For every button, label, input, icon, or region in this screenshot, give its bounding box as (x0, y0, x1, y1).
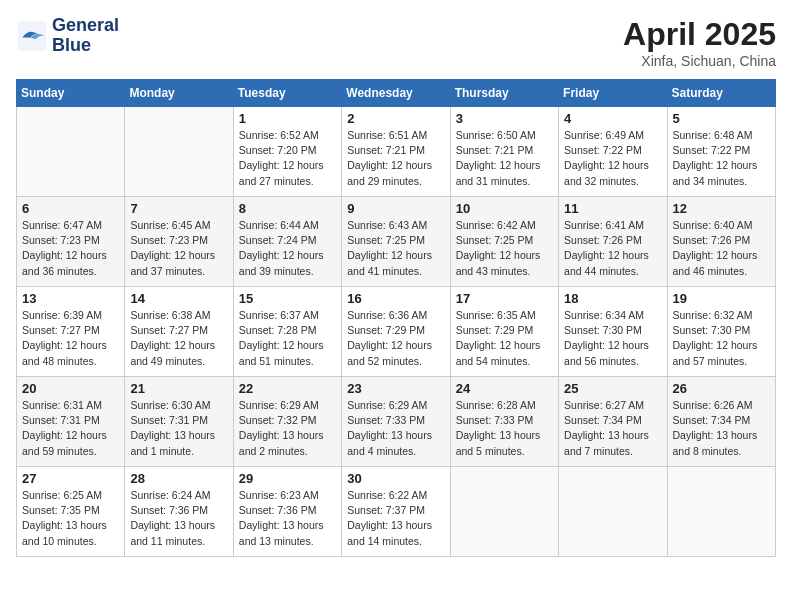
week-row-4: 20Sunrise: 6:31 AM Sunset: 7:31 PM Dayli… (17, 377, 776, 467)
calendar-cell (125, 107, 233, 197)
weekday-header-tuesday: Tuesday (233, 80, 341, 107)
day-info: Sunrise: 6:29 AM Sunset: 7:33 PM Dayligh… (347, 398, 444, 459)
day-number: 4 (564, 111, 661, 126)
title-block: April 2025 Xinfa, Sichuan, China (623, 16, 776, 69)
day-number: 2 (347, 111, 444, 126)
day-number: 1 (239, 111, 336, 126)
day-info: Sunrise: 6:41 AM Sunset: 7:26 PM Dayligh… (564, 218, 661, 279)
day-number: 8 (239, 201, 336, 216)
day-info: Sunrise: 6:43 AM Sunset: 7:25 PM Dayligh… (347, 218, 444, 279)
day-info: Sunrise: 6:34 AM Sunset: 7:30 PM Dayligh… (564, 308, 661, 369)
day-number: 6 (22, 201, 119, 216)
day-info: Sunrise: 6:28 AM Sunset: 7:33 PM Dayligh… (456, 398, 553, 459)
calendar-cell: 15Sunrise: 6:37 AM Sunset: 7:28 PM Dayli… (233, 287, 341, 377)
day-info: Sunrise: 6:31 AM Sunset: 7:31 PM Dayligh… (22, 398, 119, 459)
weekday-header-wednesday: Wednesday (342, 80, 450, 107)
day-number: 24 (456, 381, 553, 396)
day-info: Sunrise: 6:42 AM Sunset: 7:25 PM Dayligh… (456, 218, 553, 279)
day-number: 19 (673, 291, 770, 306)
day-info: Sunrise: 6:27 AM Sunset: 7:34 PM Dayligh… (564, 398, 661, 459)
calendar-cell: 21Sunrise: 6:30 AM Sunset: 7:31 PM Dayli… (125, 377, 233, 467)
calendar-cell: 6Sunrise: 6:47 AM Sunset: 7:23 PM Daylig… (17, 197, 125, 287)
day-number: 28 (130, 471, 227, 486)
weekday-header-saturday: Saturday (667, 80, 775, 107)
logo-text: General Blue (52, 16, 119, 56)
day-number: 21 (130, 381, 227, 396)
weekday-header-row: SundayMondayTuesdayWednesdayThursdayFrid… (17, 80, 776, 107)
calendar-cell: 2Sunrise: 6:51 AM Sunset: 7:21 PM Daylig… (342, 107, 450, 197)
calendar-cell (667, 467, 775, 557)
day-number: 30 (347, 471, 444, 486)
week-row-1: 1Sunrise: 6:52 AM Sunset: 7:20 PM Daylig… (17, 107, 776, 197)
logo: General Blue (16, 16, 119, 56)
calendar-cell: 19Sunrise: 6:32 AM Sunset: 7:30 PM Dayli… (667, 287, 775, 377)
calendar-cell: 30Sunrise: 6:22 AM Sunset: 7:37 PM Dayli… (342, 467, 450, 557)
calendar-cell: 11Sunrise: 6:41 AM Sunset: 7:26 PM Dayli… (559, 197, 667, 287)
day-number: 7 (130, 201, 227, 216)
weekday-header-monday: Monday (125, 80, 233, 107)
location: Xinfa, Sichuan, China (623, 53, 776, 69)
day-number: 15 (239, 291, 336, 306)
day-info: Sunrise: 6:52 AM Sunset: 7:20 PM Dayligh… (239, 128, 336, 189)
day-number: 17 (456, 291, 553, 306)
day-number: 27 (22, 471, 119, 486)
day-number: 5 (673, 111, 770, 126)
calendar-cell: 12Sunrise: 6:40 AM Sunset: 7:26 PM Dayli… (667, 197, 775, 287)
calendar-cell: 22Sunrise: 6:29 AM Sunset: 7:32 PM Dayli… (233, 377, 341, 467)
day-info: Sunrise: 6:26 AM Sunset: 7:34 PM Dayligh… (673, 398, 770, 459)
day-number: 11 (564, 201, 661, 216)
calendar-cell: 9Sunrise: 6:43 AM Sunset: 7:25 PM Daylig… (342, 197, 450, 287)
week-row-2: 6Sunrise: 6:47 AM Sunset: 7:23 PM Daylig… (17, 197, 776, 287)
weekday-header-thursday: Thursday (450, 80, 558, 107)
day-info: Sunrise: 6:44 AM Sunset: 7:24 PM Dayligh… (239, 218, 336, 279)
calendar-cell: 18Sunrise: 6:34 AM Sunset: 7:30 PM Dayli… (559, 287, 667, 377)
calendar-cell: 10Sunrise: 6:42 AM Sunset: 7:25 PM Dayli… (450, 197, 558, 287)
day-info: Sunrise: 6:24 AM Sunset: 7:36 PM Dayligh… (130, 488, 227, 549)
calendar-cell: 5Sunrise: 6:48 AM Sunset: 7:22 PM Daylig… (667, 107, 775, 197)
calendar-cell: 14Sunrise: 6:38 AM Sunset: 7:27 PM Dayli… (125, 287, 233, 377)
day-info: Sunrise: 6:25 AM Sunset: 7:35 PM Dayligh… (22, 488, 119, 549)
page-header: General Blue April 2025 Xinfa, Sichuan, … (16, 16, 776, 69)
day-info: Sunrise: 6:39 AM Sunset: 7:27 PM Dayligh… (22, 308, 119, 369)
day-info: Sunrise: 6:37 AM Sunset: 7:28 PM Dayligh… (239, 308, 336, 369)
calendar-cell: 4Sunrise: 6:49 AM Sunset: 7:22 PM Daylig… (559, 107, 667, 197)
day-number: 22 (239, 381, 336, 396)
day-number: 3 (456, 111, 553, 126)
calendar-cell: 16Sunrise: 6:36 AM Sunset: 7:29 PM Dayli… (342, 287, 450, 377)
day-number: 20 (22, 381, 119, 396)
day-number: 18 (564, 291, 661, 306)
day-number: 26 (673, 381, 770, 396)
day-info: Sunrise: 6:50 AM Sunset: 7:21 PM Dayligh… (456, 128, 553, 189)
day-info: Sunrise: 6:32 AM Sunset: 7:30 PM Dayligh… (673, 308, 770, 369)
day-info: Sunrise: 6:29 AM Sunset: 7:32 PM Dayligh… (239, 398, 336, 459)
calendar-table: SundayMondayTuesdayWednesdayThursdayFrid… (16, 79, 776, 557)
day-info: Sunrise: 6:40 AM Sunset: 7:26 PM Dayligh… (673, 218, 770, 279)
calendar-cell (17, 107, 125, 197)
day-info: Sunrise: 6:30 AM Sunset: 7:31 PM Dayligh… (130, 398, 227, 459)
day-info: Sunrise: 6:22 AM Sunset: 7:37 PM Dayligh… (347, 488, 444, 549)
day-number: 29 (239, 471, 336, 486)
day-number: 13 (22, 291, 119, 306)
day-info: Sunrise: 6:38 AM Sunset: 7:27 PM Dayligh… (130, 308, 227, 369)
calendar-cell: 26Sunrise: 6:26 AM Sunset: 7:34 PM Dayli… (667, 377, 775, 467)
calendar-cell: 20Sunrise: 6:31 AM Sunset: 7:31 PM Dayli… (17, 377, 125, 467)
calendar-cell: 7Sunrise: 6:45 AM Sunset: 7:23 PM Daylig… (125, 197, 233, 287)
day-info: Sunrise: 6:23 AM Sunset: 7:36 PM Dayligh… (239, 488, 336, 549)
day-number: 14 (130, 291, 227, 306)
calendar-cell: 25Sunrise: 6:27 AM Sunset: 7:34 PM Dayli… (559, 377, 667, 467)
day-info: Sunrise: 6:48 AM Sunset: 7:22 PM Dayligh… (673, 128, 770, 189)
month-title: April 2025 (623, 16, 776, 53)
calendar-cell: 27Sunrise: 6:25 AM Sunset: 7:35 PM Dayli… (17, 467, 125, 557)
calendar-cell: 13Sunrise: 6:39 AM Sunset: 7:27 PM Dayli… (17, 287, 125, 377)
weekday-header-sunday: Sunday (17, 80, 125, 107)
day-info: Sunrise: 6:51 AM Sunset: 7:21 PM Dayligh… (347, 128, 444, 189)
day-info: Sunrise: 6:47 AM Sunset: 7:23 PM Dayligh… (22, 218, 119, 279)
weekday-header-friday: Friday (559, 80, 667, 107)
calendar-cell (450, 467, 558, 557)
day-number: 25 (564, 381, 661, 396)
calendar-cell: 28Sunrise: 6:24 AM Sunset: 7:36 PM Dayli… (125, 467, 233, 557)
calendar-cell: 24Sunrise: 6:28 AM Sunset: 7:33 PM Dayli… (450, 377, 558, 467)
week-row-3: 13Sunrise: 6:39 AM Sunset: 7:27 PM Dayli… (17, 287, 776, 377)
day-info: Sunrise: 6:36 AM Sunset: 7:29 PM Dayligh… (347, 308, 444, 369)
day-info: Sunrise: 6:35 AM Sunset: 7:29 PM Dayligh… (456, 308, 553, 369)
